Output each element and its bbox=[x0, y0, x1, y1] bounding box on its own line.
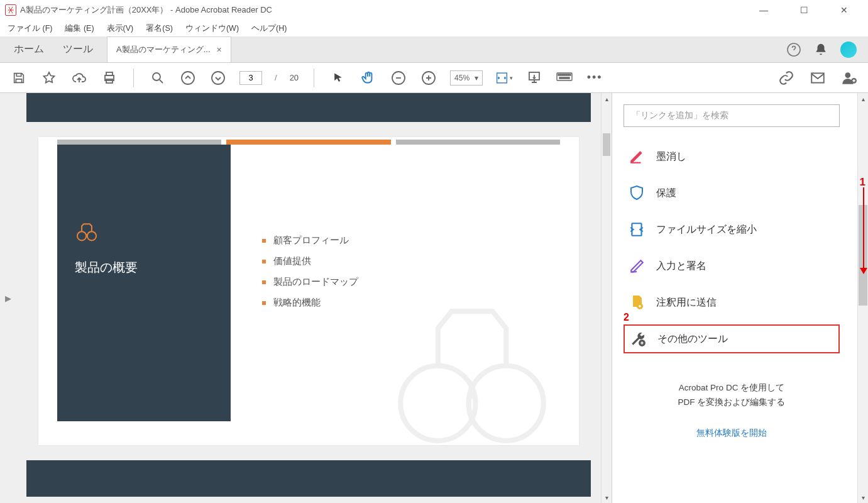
close-tab-icon[interactable]: × bbox=[217, 45, 222, 55]
page-view[interactable]: 製品の概要 顧客プロフィール 価値提供 製品のロードマップ 戦略的機能 bbox=[38, 137, 579, 445]
tool-label: 墨消し bbox=[656, 150, 686, 163]
page-total: 20 bbox=[290, 73, 299, 82]
tool-compress[interactable]: ファイルサイズを縮小 bbox=[624, 215, 840, 244]
svg-point-4 bbox=[153, 73, 160, 80]
svg-rect-3 bbox=[106, 79, 113, 83]
close-button[interactable]: ✕ bbox=[832, 5, 857, 15]
nav-tools[interactable]: ツール bbox=[63, 43, 93, 56]
fit-width-icon[interactable]: ▾ bbox=[495, 69, 513, 87]
next-page-sliver bbox=[26, 460, 591, 497]
svg-point-24 bbox=[87, 231, 96, 240]
promo-link[interactable]: 無料体験版を開始 bbox=[624, 426, 840, 441]
svg-point-21 bbox=[845, 72, 851, 78]
compress-icon bbox=[629, 221, 645, 238]
svg-rect-2 bbox=[106, 72, 113, 75]
chevron-down-icon: ▾ bbox=[475, 74, 478, 82]
maximize-button[interactable]: ☐ bbox=[791, 5, 816, 15]
menu-edit[interactable]: 編集 (E) bbox=[61, 21, 97, 36]
sign-icon bbox=[629, 258, 645, 274]
help-icon[interactable] bbox=[786, 42, 801, 57]
save-icon[interactable] bbox=[10, 69, 28, 87]
search-input[interactable]: 「リンクを追加」を検索 bbox=[624, 104, 840, 127]
tab-row: ホーム ツール A製品のマーケティング... × bbox=[0, 36, 868, 63]
menu-bar: ファイル (F) 編集 (E) 表示(V) 署名(S) ウィンドウ(W) ヘルプ… bbox=[0, 20, 868, 36]
page-number-input[interactable] bbox=[239, 71, 262, 85]
app-icon bbox=[5, 4, 16, 16]
menu-sign[interactable]: 署名(S) bbox=[142, 21, 177, 36]
search-icon[interactable] bbox=[149, 69, 167, 87]
avatar[interactable] bbox=[840, 41, 857, 58]
star-icon[interactable] bbox=[40, 69, 58, 87]
menu-view[interactable]: 表示(V) bbox=[103, 21, 138, 36]
page-sep: / bbox=[275, 73, 277, 82]
pointer-icon[interactable] bbox=[329, 69, 347, 87]
right-panel: 「リンクを追加」を検索 墨消し 保護 ファイルサイズを縮小 入力と署名 注釈用に… bbox=[612, 93, 868, 503]
tool-label: 保護 bbox=[656, 187, 676, 200]
nav-home[interactable]: ホーム bbox=[14, 43, 44, 56]
annotation-2: 2 bbox=[624, 312, 629, 323]
search-placeholder: 「リンクを追加」を検索 bbox=[632, 110, 728, 121]
bullet-list: 顧客プロフィール 価値提供 製品のロードマップ 戦略的機能 bbox=[262, 235, 358, 318]
page-down-icon[interactable] bbox=[209, 69, 227, 87]
panel-scrollbar[interactable]: ▴ ▾ bbox=[857, 93, 868, 503]
watermark-binoculars-icon bbox=[390, 294, 554, 445]
doc-scrollbar[interactable]: ▴ ▾ bbox=[601, 93, 612, 503]
annotation-1: 1 bbox=[860, 176, 865, 189]
svg-rect-27 bbox=[630, 162, 640, 163]
bullet-item: 製品のロードマップ bbox=[273, 276, 358, 288]
tool-label: 入力と署名 bbox=[656, 260, 706, 273]
tool-more-tools[interactable]: 2 その他のツール bbox=[624, 324, 840, 353]
hand-icon[interactable] bbox=[360, 69, 377, 87]
page-heading: 製品の概要 bbox=[75, 259, 213, 276]
binoculars-icon bbox=[75, 220, 99, 244]
toolbar: / 20 45% ▾ ▾ ••• bbox=[0, 63, 868, 93]
tool-protect[interactable]: 保護 bbox=[624, 179, 840, 207]
zoom-in-icon[interactable] bbox=[420, 69, 437, 87]
send-comment-icon bbox=[629, 294, 645, 311]
svg-point-23 bbox=[77, 231, 86, 240]
svg-point-25 bbox=[400, 366, 475, 441]
cloud-upload-icon[interactable] bbox=[70, 69, 88, 87]
add-person-icon[interactable] bbox=[840, 69, 858, 87]
keyboard-icon[interactable] bbox=[556, 69, 573, 87]
redact-icon bbox=[629, 148, 645, 165]
more-icon[interactable]: ••• bbox=[586, 69, 603, 87]
share-link-icon[interactable] bbox=[777, 69, 795, 87]
svg-point-5 bbox=[182, 72, 194, 84]
promo-block: Acrobat Pro DC を使用して PDF を変換および編集する 無料体験… bbox=[624, 381, 840, 441]
svg-point-6 bbox=[212, 72, 224, 84]
left-nav-toggle[interactable]: ▶ bbox=[0, 93, 16, 503]
print-icon[interactable] bbox=[101, 69, 118, 87]
annotation-arrow bbox=[863, 187, 864, 273]
zoom-select[interactable]: 45% ▾ bbox=[450, 70, 483, 86]
tool-redact[interactable]: 墨消し bbox=[624, 142, 840, 171]
separator bbox=[314, 69, 314, 87]
bullet-item: 価値提供 bbox=[273, 255, 311, 267]
separator bbox=[133, 69, 134, 87]
page-up-icon[interactable] bbox=[179, 69, 197, 87]
zoom-value: 45% bbox=[454, 74, 470, 82]
menu-help[interactable]: ヘルプ(H) bbox=[248, 21, 290, 36]
tool-label: 注釈用に送信 bbox=[656, 296, 717, 309]
prev-page-sliver bbox=[26, 93, 591, 122]
tool-fill-sign[interactable]: 入力と署名 bbox=[624, 252, 840, 280]
promo-line2: PDF を変換および編集する bbox=[624, 395, 840, 410]
document-tab[interactable]: A製品のマーケティング... × bbox=[107, 36, 231, 62]
promo-line1: Acrobat Pro DC を使用して bbox=[624, 381, 840, 395]
svg-rect-15 bbox=[564, 74, 565, 75]
email-icon[interactable] bbox=[809, 69, 827, 87]
read-mode-icon[interactable] bbox=[525, 69, 543, 87]
menu-window[interactable]: ウィンドウ(W) bbox=[182, 21, 243, 36]
menu-file[interactable]: ファイル (F) bbox=[4, 21, 56, 36]
tool-send-comments[interactable]: 注釈用に送信 bbox=[624, 288, 840, 317]
svg-rect-14 bbox=[562, 74, 563, 75]
zoom-out-icon[interactable] bbox=[390, 69, 407, 87]
minimize-button[interactable]: — bbox=[751, 5, 776, 15]
svg-point-26 bbox=[469, 366, 544, 441]
svg-rect-19 bbox=[559, 77, 569, 79]
wrench-icon bbox=[630, 331, 646, 347]
tool-label: その他のツール bbox=[657, 333, 728, 346]
svg-rect-17 bbox=[568, 74, 569, 75]
bell-icon[interactable] bbox=[814, 43, 828, 57]
svg-rect-18 bbox=[569, 74, 571, 75]
